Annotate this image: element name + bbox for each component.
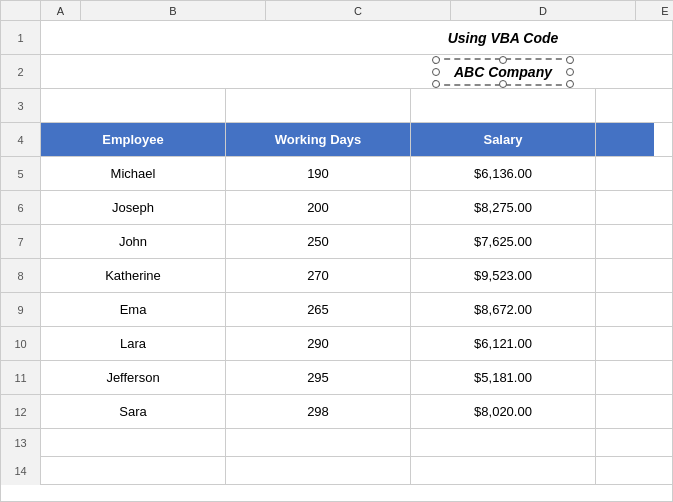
cell-days-6: 295	[226, 361, 411, 394]
handle-br[interactable]	[566, 80, 574, 88]
cell-salary-2: $7,625.00	[411, 225, 596, 258]
table-row: 12 Sara 298 $8,020.00	[1, 395, 672, 429]
cell-e-6	[596, 361, 654, 394]
table-row: 11 Jefferson 295 $5,181.00	[1, 361, 672, 395]
handle-tm[interactable]	[499, 56, 507, 64]
cell-salary-0: $6,136.00	[411, 157, 596, 190]
cell-days-4: 265	[226, 293, 411, 326]
cell-e-4	[596, 293, 654, 326]
cell-employee-6: Jefferson	[41, 361, 226, 394]
corner-cell	[1, 1, 41, 20]
row-14: 14	[1, 457, 672, 485]
row-num-13: 13	[1, 429, 41, 457]
cell-14c	[226, 457, 411, 485]
cell-3d	[411, 89, 596, 122]
cell-salary-6: $5,181.00	[411, 361, 596, 394]
handle-bl[interactable]	[432, 80, 440, 88]
cell-employee-7: Sara	[41, 395, 226, 428]
table-row: 9 Ema 265 $8,672.00	[1, 293, 672, 327]
cell-3b	[41, 89, 226, 122]
table-row: 6 Joseph 200 $8,275.00	[1, 191, 672, 225]
cell-4e	[596, 123, 654, 156]
col-header-e: E	[636, 1, 673, 20]
cell-14d	[411, 457, 596, 485]
cell-e-3	[596, 259, 654, 292]
table-row: 10 Lara 290 $6,121.00	[1, 327, 672, 361]
table-row: 8 Katherine 270 $9,523.00	[1, 259, 672, 293]
row-num-2: 2	[1, 55, 41, 88]
cell-2-bcd: ABC Company	[226, 55, 673, 88]
cell-3c	[226, 89, 411, 122]
cell-13e	[596, 429, 654, 457]
row-3: 3	[1, 89, 672, 123]
cell-employee-header: Employee	[41, 123, 226, 156]
cell-employee-4: Ema	[41, 293, 226, 326]
cell-2b	[41, 55, 226, 88]
row-num-7: 7	[1, 225, 41, 258]
handle-tr[interactable]	[566, 56, 574, 64]
row-num-14: 14	[1, 457, 41, 485]
handle-bm[interactable]	[499, 80, 507, 88]
row-num-10: 10	[1, 327, 41, 360]
row-num-9: 9	[1, 293, 41, 326]
row-num-5: 5	[1, 157, 41, 190]
spreadsheet: A B C D E 1 Using VBA Code 2 ABC Company	[0, 0, 673, 502]
cell-e-7	[596, 395, 654, 428]
col-header-a: A	[41, 1, 81, 20]
column-headers: A B C D E	[1, 1, 672, 21]
row-num-6: 6	[1, 191, 41, 224]
cell-employee-3: Katherine	[41, 259, 226, 292]
row-2: 2 ABC Company	[1, 55, 672, 89]
handle-mr[interactable]	[566, 68, 574, 76]
cell-13b	[41, 429, 226, 457]
cell-1a	[41, 21, 226, 54]
row-num-3: 3	[1, 89, 41, 122]
cell-13c	[226, 429, 411, 457]
cell-employee-2: John	[41, 225, 226, 258]
cell-workdays-header: Working Days	[226, 123, 411, 156]
cell-days-1: 200	[226, 191, 411, 224]
cell-salary-1: $8,275.00	[411, 191, 596, 224]
col-header-b: B	[81, 1, 266, 20]
cell-e-1	[596, 191, 654, 224]
row-4-header: 4 Employee Working Days Salary	[1, 123, 672, 157]
cell-salary-3: $9,523.00	[411, 259, 596, 292]
cell-days-7: 298	[226, 395, 411, 428]
handle-tl[interactable]	[432, 56, 440, 64]
row-num-12: 12	[1, 395, 41, 428]
row-num-8: 8	[1, 259, 41, 292]
cell-days-5: 290	[226, 327, 411, 360]
table-data: 5 Michael 190 $6,136.00 6 Joseph 200 $8,…	[1, 157, 672, 429]
cell-days-0: 190	[226, 157, 411, 190]
row-num-4: 4	[1, 123, 41, 156]
textbox-company[interactable]: ABC Company	[434, 58, 572, 86]
col-header-c: C	[266, 1, 451, 20]
cell-3e	[596, 89, 654, 122]
cell-13d	[411, 429, 596, 457]
row-num-11: 11	[1, 361, 41, 394]
cell-e-2	[596, 225, 654, 258]
cell-salary-5: $6,121.00	[411, 327, 596, 360]
cell-salary-7: $8,020.00	[411, 395, 596, 428]
cell-salary-4: $8,672.00	[411, 293, 596, 326]
cell-employee-5: Lara	[41, 327, 226, 360]
cell-14b	[41, 457, 226, 485]
row-13: 13	[1, 429, 672, 457]
handle-ml[interactable]	[432, 68, 440, 76]
row-num-1: 1	[1, 21, 41, 54]
cell-14e	[596, 457, 654, 485]
table-row: 7 John 250 $7,625.00	[1, 225, 672, 259]
cell-e-0	[596, 157, 654, 190]
cell-days-3: 270	[226, 259, 411, 292]
cell-title: Using VBA Code	[226, 21, 673, 54]
cell-e-5	[596, 327, 654, 360]
cell-days-2: 250	[226, 225, 411, 258]
cell-salary-header: Salary	[411, 123, 596, 156]
row-1: 1 Using VBA Code	[1, 21, 672, 55]
empty-rows: 13 14	[1, 429, 672, 485]
col-header-d: D	[451, 1, 636, 20]
table-row: 5 Michael 190 $6,136.00	[1, 157, 672, 191]
company-name: ABC Company	[454, 64, 552, 80]
cell-employee-1: Joseph	[41, 191, 226, 224]
data-rows: 1 Using VBA Code 2 ABC Company	[1, 21, 672, 485]
